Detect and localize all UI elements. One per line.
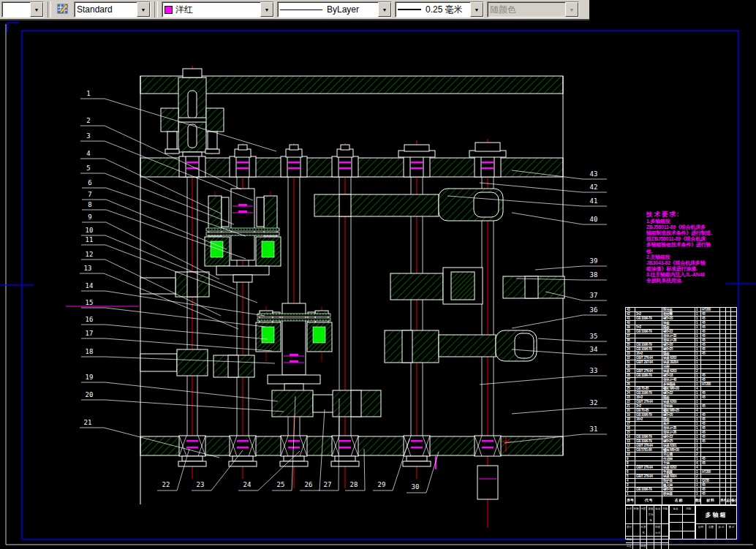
svg-text:26: 26: [305, 481, 313, 488]
svg-text:42: 42: [590, 183, 598, 191]
gear-cluster-1: [205, 189, 281, 282]
drawing-title: 多轴箱: [696, 506, 736, 524]
svg-text:27: 27: [324, 481, 332, 488]
chevron-down-icon: ▼: [565, 2, 578, 17]
title-block-signature-grid: 签名日期: [670, 506, 696, 539]
svg-text:22: 22: [162, 481, 170, 488]
svg-text:40: 40: [590, 216, 598, 223]
text-style-value: Standard: [75, 2, 137, 17]
technical-notes: 技 术 要 求 :1.多轴箱按ZBJ58011-89《组合机床多轴箱制造技术条件…: [646, 211, 714, 284]
style-grid-pencil-icon: [56, 2, 69, 15]
svg-text:18: 18: [86, 348, 94, 355]
color-combo-value: 洋红: [175, 4, 193, 16]
chevron-down-icon[interactable]: ▼: [378, 2, 391, 17]
svg-text:13: 13: [84, 265, 92, 272]
cad-application-window: ▼ Standard ▼ 洋红 ▼: [0, 0, 756, 549]
plotstyle-combo: 随颜色 ▼: [487, 1, 579, 18]
parts-list-rows: 43防油套1HT200423×2密封圈14541GB 1096-79键5×201…: [626, 308, 736, 496]
svg-text:43: 43: [590, 170, 598, 178]
svg-text:7: 7: [88, 191, 91, 198]
chevron-down-icon[interactable]: ▼: [470, 2, 483, 17]
svg-text:20: 20: [86, 391, 94, 398]
chevron-down-icon[interactable]: ▼: [137, 2, 150, 17]
linetype-sample: [280, 10, 322, 10]
svg-text:39: 39: [590, 257, 598, 265]
svg-text:19: 19: [86, 374, 94, 381]
svg-text:32: 32: [590, 399, 598, 406]
svg-text:5: 5: [86, 164, 90, 172]
svg-text:11: 11: [86, 236, 94, 243]
svg-text:41: 41: [590, 197, 598, 205]
linetype-combo[interactable]: ByLayer ▼: [277, 1, 392, 18]
chevron-down-icon[interactable]: ▼: [260, 2, 273, 17]
svg-text:35: 35: [590, 333, 598, 340]
svg-text:1: 1: [86, 90, 90, 97]
svg-text:31: 31: [590, 425, 598, 433]
svg-text:28: 28: [350, 481, 358, 488]
text-style-button[interactable]: [55, 1, 71, 18]
svg-text:33: 33: [590, 367, 598, 374]
chevron-down-icon[interactable]: ▼: [30, 2, 43, 17]
svg-text:17: 17: [86, 330, 94, 337]
color-swatch-magenta: [165, 6, 173, 14]
svg-text:14: 14: [86, 282, 94, 289]
layer-combo[interactable]: ▼: [1, 1, 44, 18]
svg-text:16: 16: [86, 316, 94, 323]
title-block-sub-cells: 比例质量共 张第 张: [696, 524, 736, 539]
svg-text:6: 6: [88, 179, 91, 186]
layer-combo-value: [2, 2, 30, 17]
text-style-combo[interactable]: Standard ▼: [74, 1, 151, 18]
svg-text:21: 21: [84, 419, 92, 426]
svg-text:38: 38: [590, 271, 598, 279]
toolbar-separator: [48, 1, 51, 18]
lineweight-combo[interactable]: 0.25 毫米 ▼: [395, 1, 484, 18]
plotstyle-combo-value: 随颜色: [488, 2, 565, 17]
title-block-revision-grid: 标记处数分区更改文件号签名日期设计标准化阶段标记审核工艺批准: [626, 506, 670, 539]
parts-list-header: 序号代 号名 称数量材 料单件总计备注: [626, 496, 736, 505]
svg-text:4: 4: [86, 150, 90, 157]
svg-text:34: 34: [590, 346, 598, 353]
title-block-right: 多轴箱 比例质量共 张第 张: [696, 506, 736, 539]
svg-text:29: 29: [378, 481, 386, 488]
gear-cluster-2: [256, 303, 332, 391]
svg-text:25: 25: [277, 481, 285, 488]
assembly-drawing: [66, 66, 564, 528]
svg-text:12: 12: [86, 251, 94, 258]
lineweight-combo-value: 0.25 毫米: [426, 4, 463, 16]
color-combo[interactable]: 洋红 ▼: [162, 1, 274, 18]
toolbar-separator: [154, 1, 158, 18]
svg-text:15: 15: [86, 299, 94, 306]
svg-text:36: 36: [590, 306, 598, 314]
title-block: 标记处数分区更改文件号签名日期设计标准化阶段标记审核工艺批准 签名日期 多轴箱 …: [626, 505, 736, 539]
svg-text:23: 23: [197, 481, 205, 488]
svg-text:24: 24: [243, 481, 252, 488]
svg-text:8: 8: [88, 201, 91, 208]
lineweight-sample: [398, 9, 421, 10]
svg-text:3: 3: [86, 132, 90, 140]
parts-list-table: 43防油套1HT200423×2密封圈14541GB 1096-79键5×201…: [625, 307, 737, 539]
svg-text:10: 10: [86, 227, 94, 234]
properties-toolbar: ▼ Standard ▼ 洋红 ▼: [0, 0, 589, 20]
svg-text:2: 2: [86, 117, 90, 124]
svg-text:37: 37: [590, 292, 598, 299]
linetype-combo-value: ByLayer: [327, 4, 359, 15]
svg-text:9: 9: [88, 213, 91, 221]
svg-text:30: 30: [412, 483, 420, 491]
